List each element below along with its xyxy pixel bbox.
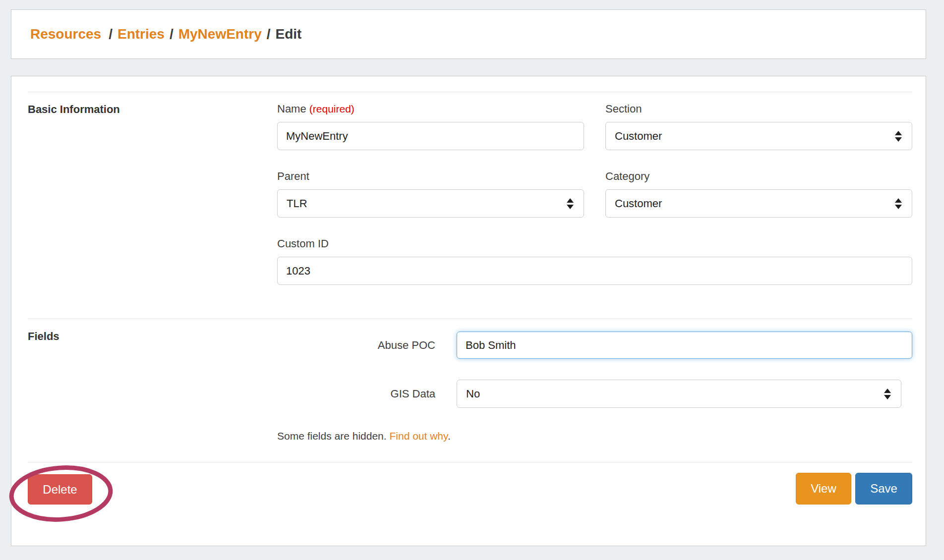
abuse-poc-label: Abuse POC: [277, 339, 435, 352]
section-select-value: Customer: [615, 130, 662, 143]
gis-data-select[interactable]: No: [457, 380, 901, 408]
actions-bar: Delete View Save: [28, 462, 912, 504]
custom-id-label: Custom ID: [277, 237, 912, 250]
name-label: Name (required): [277, 103, 584, 115]
breadcrumb: Resources/Entries/MyNewEntry/Edit: [30, 26, 301, 42]
find-out-why-link[interactable]: Find out why: [389, 430, 448, 442]
parent-label: Parent: [277, 170, 584, 183]
breadcrumb-separator: /: [267, 26, 271, 42]
page: { "breadcrumb": { "resources": "Resource…: [0, 0, 944, 560]
section-select[interactable]: Customer: [605, 122, 912, 150]
breadcrumb-entry-name[interactable]: MyNewEntry: [178, 26, 262, 42]
breadcrumb-panel: Resources/Entries/MyNewEntry/Edit: [11, 9, 926, 59]
delete-button[interactable]: Delete: [28, 474, 92, 504]
hidden-fields-note-text: Some fields are hidden.: [277, 430, 387, 442]
abuse-poc-input[interactable]: [457, 332, 912, 359]
breadcrumb-entries[interactable]: Entries: [118, 26, 165, 42]
select-arrows-icon: [895, 198, 902, 209]
custom-id-input[interactable]: [277, 257, 912, 285]
select-arrows-icon: [884, 389, 891, 399]
breadcrumb-edit: Edit: [276, 26, 302, 42]
gis-data-label: GIS Data: [277, 388, 435, 400]
parent-select-value: TLR: [287, 197, 307, 210]
breadcrumb-resources[interactable]: Resources: [30, 26, 101, 42]
name-input[interactable]: [277, 122, 584, 150]
hidden-fields-note: Some fields are hidden. Find out why.: [277, 430, 912, 442]
breadcrumb-separator: /: [109, 26, 113, 42]
parent-select[interactable]: TLR: [277, 189, 584, 218]
name-required-hint: (required): [309, 103, 354, 114]
edit-form-panel: Basic Information Name (required) Sectio…: [11, 76, 926, 546]
category-select-value: Customer: [615, 197, 662, 210]
fields-heading: Fields: [28, 330, 59, 343]
name-label-text: Name: [277, 103, 306, 115]
fields-section: Fields Abuse POC GIS Data No Some fields…: [28, 319, 912, 462]
section-label: Section: [605, 103, 912, 115]
hidden-fields-note-period: .: [448, 430, 451, 442]
save-button[interactable]: Save: [855, 473, 912, 504]
gis-data-select-value: No: [466, 388, 480, 400]
select-arrows-icon: [567, 198, 574, 209]
category-label: Category: [605, 170, 912, 183]
select-arrows-icon: [895, 131, 902, 142]
basic-information-heading: Basic Information: [28, 103, 120, 116]
category-select[interactable]: Customer: [605, 189, 912, 218]
basic-information-section: Basic Information Name (required) Sectio…: [28, 92, 912, 285]
view-button[interactable]: View: [796, 473, 851, 504]
breadcrumb-separator: /: [170, 26, 174, 42]
